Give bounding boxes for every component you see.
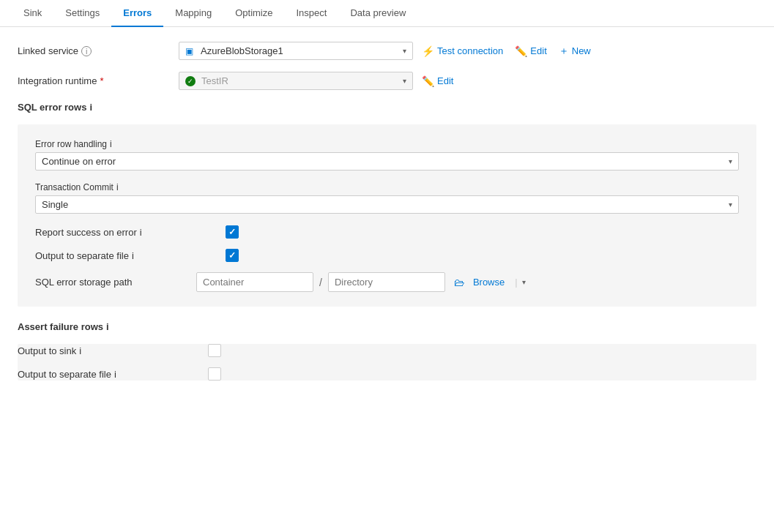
- storage-path-inputs: / 🗁 Browse | ▾: [196, 272, 526, 292]
- transaction-commit-group: Transaction Commit i Single ▾: [35, 182, 739, 214]
- assert-failure-rows-info-icon[interactable]: i: [106, 321, 109, 332]
- container-input[interactable]: [196, 272, 313, 292]
- output-to-sink-label-group: Output to sink i: [18, 345, 208, 356]
- transaction-commit-value: Single: [42, 199, 729, 210]
- assert-failure-rows-section: Output to sink i Output to separate file…: [18, 344, 756, 381]
- output-to-sink-checkbox[interactable]: [208, 344, 221, 357]
- folder-icon: 🗁: [454, 277, 464, 288]
- report-success-checkbox[interactable]: [226, 225, 239, 239]
- report-success-row: Report success on error i: [35, 225, 739, 239]
- integration-runtime-value: TestIR: [201, 75, 228, 86]
- sql-error-rows-info-icon[interactable]: i: [89, 102, 92, 113]
- new-linked-service-icon: ＋: [559, 45, 569, 58]
- error-row-handling-label: Error row handling i: [35, 139, 739, 149]
- tab-inspect[interactable]: Inspect: [284, 0, 338, 27]
- tab-mapping[interactable]: Mapping: [163, 0, 223, 27]
- sql-error-rows-section: Error row handling i Continue on error ▾…: [18, 124, 756, 307]
- linked-service-info-icon[interactable]: i: [81, 46, 92, 56]
- transaction-commit-dropdown[interactable]: Single ▾: [35, 195, 739, 214]
- runtime-status-icon: [185, 76, 196, 86]
- assert-output-separate-checkbox[interactable]: [208, 367, 221, 381]
- main-content: Linked service i ▣ AzureBlobStorage1 ▾ ⚡…: [0, 27, 774, 410]
- tab-settings[interactable]: Settings: [53, 0, 111, 27]
- transaction-commit-label: Transaction Commit i: [35, 182, 739, 192]
- integration-runtime-actions: ✏️ Edit: [422, 75, 453, 87]
- storage-path-row: SQL error storage path / 🗁 Browse | ▾: [35, 272, 739, 292]
- transaction-commit-info-icon[interactable]: i: [116, 182, 119, 192]
- report-success-info-icon[interactable]: i: [140, 227, 142, 238]
- test-connection-button[interactable]: ⚡ Test connection: [422, 45, 503, 57]
- tab-data-preview[interactable]: Data preview: [338, 0, 417, 27]
- assert-output-separate-info-icon[interactable]: i: [114, 369, 116, 380]
- edit-runtime-icon: ✏️: [422, 75, 434, 87]
- output-to-sink-row: Output to sink i: [18, 344, 756, 357]
- directory-input[interactable]: [328, 272, 445, 292]
- integration-runtime-row: Integration runtime * TestIR ▾ ✏️ Edit: [18, 72, 756, 90]
- error-row-handling-value: Continue on error: [42, 156, 729, 167]
- output-to-sink-info-icon[interactable]: i: [79, 345, 81, 356]
- error-row-handling-group: Error row handling i Continue on error ▾: [35, 139, 739, 171]
- tab-sink[interactable]: Sink: [12, 0, 53, 27]
- browse-divider: |: [515, 277, 517, 288]
- browse-button[interactable]: Browse: [467, 277, 510, 288]
- assert-output-separate-label-group: Output to separate file i: [18, 369, 208, 380]
- linked-service-dropdown[interactable]: ▣ AzureBlobStorage1 ▾: [179, 42, 413, 60]
- output-separate-row: Output to separate file i: [35, 249, 739, 262]
- linked-service-value: AzureBlobStorage1: [201, 45, 283, 56]
- output-separate-label-group: Output to separate file i: [35, 250, 226, 261]
- report-success-label-group: Report success on error i: [35, 227, 226, 238]
- output-separate-checkbox[interactable]: [226, 249, 239, 262]
- edit-runtime-button[interactable]: ✏️ Edit: [422, 75, 453, 87]
- path-separator: /: [319, 277, 322, 288]
- linked-service-label: Linked service i: [18, 45, 179, 56]
- tabs-bar: Sink Settings Errors Mapping Optimize In…: [0, 0, 774, 27]
- integration-runtime-dropdown[interactable]: TestIR ▾: [179, 72, 413, 90]
- tab-errors[interactable]: Errors: [111, 0, 163, 27]
- edit-linked-service-icon: ✏️: [515, 45, 527, 57]
- error-row-handling-info-icon[interactable]: i: [110, 139, 112, 149]
- integration-runtime-label: Integration runtime *: [18, 75, 179, 86]
- storage-path-label: SQL error storage path: [35, 277, 196, 288]
- tab-optimize[interactable]: Optimize: [223, 0, 284, 27]
- assert-failure-rows-title: Assert failure rows i: [18, 321, 756, 332]
- error-row-handling-chevron-icon: ▾: [729, 157, 732, 165]
- transaction-commit-chevron-icon: ▾: [729, 201, 732, 209]
- linked-service-actions: ⚡ Test connection ✏️ Edit ＋ New: [422, 45, 591, 58]
- linked-service-chevron-icon: ▾: [403, 47, 406, 55]
- new-linked-service-button[interactable]: ＋ New: [559, 45, 591, 58]
- edit-linked-service-button[interactable]: ✏️ Edit: [515, 45, 546, 57]
- integration-runtime-chevron-icon: ▾: [403, 77, 406, 85]
- assert-output-separate-row: Output to separate file i: [18, 367, 756, 381]
- output-separate-info-icon[interactable]: i: [132, 250, 134, 261]
- test-connection-icon: ⚡: [422, 45, 434, 57]
- browse-chevron-icon[interactable]: ▾: [522, 278, 526, 286]
- storage-icon: ▣: [185, 46, 193, 56]
- sql-error-rows-title: SQL error rows i: [18, 102, 756, 113]
- linked-service-row: Linked service i ▣ AzureBlobStorage1 ▾ ⚡…: [18, 42, 756, 60]
- error-row-handling-dropdown[interactable]: Continue on error ▾: [35, 152, 739, 171]
